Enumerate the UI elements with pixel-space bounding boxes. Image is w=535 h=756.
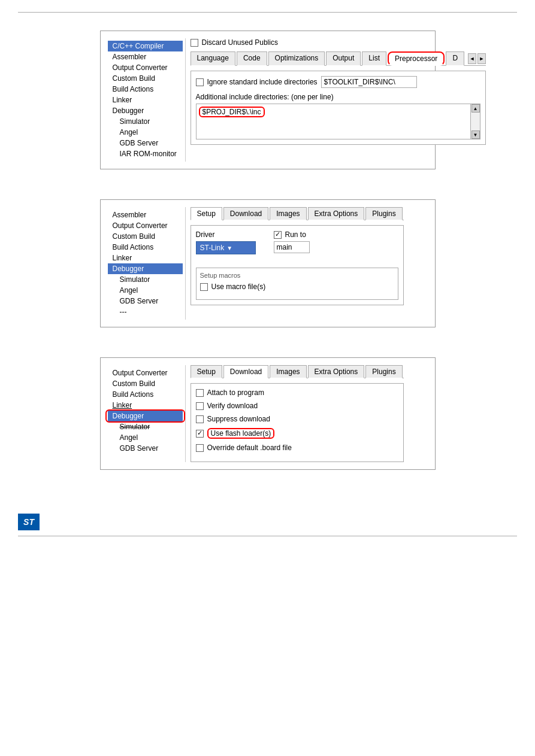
panel3-flex: Output Converter Custom Build Build Acti…	[108, 365, 404, 462]
p2-tab-setup[interactable]: Setup	[191, 207, 222, 220]
ignore-std-checkbox[interactable]	[196, 78, 204, 86]
sidebar-item-gdb-server[interactable]: GDB Server	[108, 138, 183, 148]
verify-checkbox[interactable]	[196, 402, 204, 410]
run-to-input[interactable]	[274, 241, 310, 253]
toolkit-dir-input[interactable]	[321, 76, 417, 88]
sidebar-item-custom-build[interactable]: Custom Build	[108, 73, 183, 84]
dirs-scrollbar[interactable]: ▲ ▼	[470, 104, 480, 139]
sidebar-item-linker[interactable]: Linker	[108, 95, 183, 105]
verify-row: Verify download	[196, 402, 398, 410]
flash-loader-row: Use flash loader(s)	[196, 428, 398, 439]
sidebar-item-compiler[interactable]: C/C++ Compiler	[108, 41, 183, 51]
use-macro-label: Use macro file(s)	[211, 283, 266, 291]
additional-dirs-value: $PROJ_DIR$\.\inc	[199, 107, 265, 117]
p2-sidebar-angel[interactable]: Angel	[108, 285, 183, 296]
discard-checkbox[interactable]	[191, 39, 198, 47]
panel1-tabs-row: Language Code Optimizations Output List …	[191, 51, 486, 66]
sidebar-item-build-actions[interactable]: Build Actions	[108, 84, 183, 95]
run-to-row: Run to	[274, 230, 310, 239]
p2-sidebar-custom-build[interactable]: Custom Build	[108, 231, 183, 242]
panel3-content: Setup Download Images Extra Options Plug…	[191, 365, 404, 462]
p2-sidebar-assembler[interactable]: Assembler	[108, 210, 183, 220]
p2-tab-extra-options[interactable]: Extra Options	[308, 207, 365, 220]
p3-tab-images[interactable]: Images	[270, 365, 306, 378]
page-container: C/C++ Compiler Assembler Output Converte…	[0, 0, 535, 548]
tab-preprocessor[interactable]: Preprocessor	[388, 51, 445, 66]
panel1: C/C++ Compiler Assembler Output Converte…	[100, 31, 436, 169]
panel2-tabs-row: Setup Download Images Extra Options Plug…	[191, 207, 404, 220]
tab-list[interactable]: List	[362, 51, 386, 66]
use-macro-checkbox[interactable]	[200, 283, 208, 291]
tab-left-arrow[interactable]: ◄	[468, 53, 476, 64]
verify-label: Verify download	[207, 402, 258, 410]
attach-label: Attach to program	[207, 388, 264, 397]
run-to-section: Run to	[274, 230, 310, 253]
p3-sidebar-debugger[interactable]: Debugger	[108, 411, 183, 421]
override-board-checkbox[interactable]	[196, 444, 204, 452]
p2-sidebar-debugger[interactable]: Debugger	[108, 263, 183, 274]
sidebar-item-assembler[interactable]: Assembler	[108, 51, 183, 62]
p2-sidebar-simulator[interactable]: Simulator	[108, 274, 183, 285]
p2-sidebar-output-converter[interactable]: Output Converter	[108, 220, 183, 231]
logo-area: ST	[18, 514, 40, 530]
tab-right-arrow[interactable]: ►	[477, 53, 486, 64]
dropdown-arrow-icon: ▼	[226, 245, 232, 251]
ignore-std-label: Ignore standard include directories	[207, 78, 318, 86]
panel3-wrapper: Output Converter Custom Build Build Acti…	[18, 357, 517, 488]
scrollbar-up[interactable]: ▲	[471, 104, 480, 113]
panel1-sidebar: C/C++ Compiler Assembler Output Converte…	[108, 38, 186, 162]
panel2-wrapper: Assembler Output Converter Custom Build …	[18, 199, 517, 345]
sidebar-item-angel[interactable]: Angel	[108, 127, 183, 138]
attach-checkbox[interactable]	[196, 389, 204, 397]
p3-tab-setup[interactable]: Setup	[191, 365, 222, 378]
p2-tab-images[interactable]: Images	[270, 207, 306, 220]
tab-output[interactable]: Output	[326, 51, 361, 66]
tab-optimizations[interactable]: Optimizations	[268, 51, 325, 66]
panel1-content: Discard Unused Publics Language Code Opt…	[191, 38, 486, 162]
sidebar-item-debugger[interactable]: Debugger	[108, 105, 183, 116]
override-board-row: Override default .board file	[196, 444, 398, 452]
p3-sidebar-gdb-server[interactable]: GDB Server	[108, 443, 183, 454]
p3-tab-download[interactable]: Download	[223, 365, 268, 378]
scrollbar-down[interactable]: ▼	[471, 130, 480, 139]
p2-tab-download[interactable]: Download	[223, 207, 268, 220]
p3-sidebar-simulator[interactable]: Simulator	[108, 421, 183, 432]
driver-dropdown[interactable]: ST-Link ▼	[196, 241, 256, 254]
p3-sidebar-output-converter[interactable]: Output Converter	[108, 368, 183, 378]
suppress-row: Suppress download	[196, 415, 398, 423]
p2-sidebar-gdb-server[interactable]: GDB Server	[108, 296, 183, 306]
bottom-spacer	[18, 488, 517, 524]
p3-sidebar-angel[interactable]: Angel	[108, 432, 183, 443]
suppress-checkbox[interactable]	[196, 415, 204, 423]
setup-macros-label: Setup macros	[200, 272, 394, 279]
p2-sidebar-linker[interactable]: Linker	[108, 253, 183, 263]
run-to-checkbox[interactable]	[274, 231, 282, 239]
p3-sidebar-build-actions[interactable]: Build Actions	[108, 389, 183, 400]
p3-sidebar-custom-build[interactable]: Custom Build	[108, 378, 183, 389]
p3-tab-plugins[interactable]: Plugins	[365, 365, 402, 378]
sidebar-item-iar-rom[interactable]: IAR ROM-monitor	[108, 148, 183, 159]
p2-tab-plugins[interactable]: Plugins	[365, 207, 402, 220]
driver-value: ST-Link	[200, 244, 225, 252]
sidebar-item-simulator[interactable]: Simulator	[108, 116, 183, 127]
ignore-std-row: Ignore standard include directories	[196, 76, 481, 88]
p3-tab-extra-options[interactable]: Extra Options	[308, 365, 365, 378]
top-divider	[18, 12, 517, 13]
p2-sidebar-truncated[interactable]: ---	[108, 306, 183, 317]
sidebar-item-output-converter[interactable]: Output Converter	[108, 62, 183, 73]
p2-sidebar-build-actions[interactable]: Build Actions	[108, 242, 183, 253]
discard-label: Discard Unused Publics	[202, 38, 278, 47]
p3-sidebar-linker[interactable]: Linker	[108, 400, 183, 411]
flash-loader-checkbox[interactable]	[196, 430, 204, 438]
additional-dirs-inner: $PROJ_DIR$\.\inc	[197, 104, 480, 139]
additional-dirs-label: Additional include directories: (one per…	[196, 93, 481, 101]
bottom-divider	[18, 536, 517, 536]
tab-nav-arrows: ◄ ►	[468, 51, 486, 65]
tab-language[interactable]: Language	[191, 51, 235, 66]
panel2-sidebar: Assembler Output Converter Custom Build …	[108, 207, 186, 320]
tab-d[interactable]: D	[446, 51, 464, 66]
additional-dirs-area: $PROJ_DIR$\.\inc ▲ ▼	[196, 104, 481, 139]
spacer2	[18, 345, 517, 357]
panel1-wrapper: C/C++ Compiler Assembler Output Converte…	[18, 31, 517, 187]
tab-code[interactable]: Code	[237, 51, 267, 66]
